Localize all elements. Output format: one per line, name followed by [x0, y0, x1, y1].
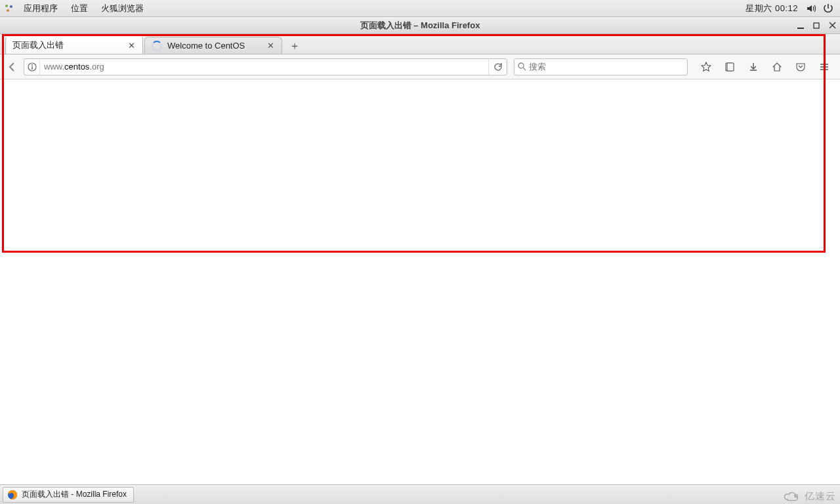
tab-title: 页面载入出错: [12, 39, 127, 51]
new-tab-button[interactable]: ＋: [286, 38, 303, 54]
watermark-text: 亿速云: [805, 490, 836, 503]
pocket-button[interactable]: [789, 58, 812, 75]
window-maximize-button[interactable]: [811, 20, 822, 31]
reload-button[interactable]: [488, 59, 507, 75]
gnome-top-panel: 应用程序 位置 火狐浏览器 星期六 00:12: [0, 0, 840, 17]
system-tray: [803, 3, 836, 14]
activities-icon: [4, 3, 14, 14]
tab-active[interactable]: 页面载入出错 ✕: [5, 35, 143, 54]
back-button[interactable]: [4, 58, 21, 75]
firefox-window: 页面载入出错 ✕ Welcome to CentOS ✕ ＋ www.cento…: [0, 34, 840, 476]
menu-places[interactable]: 位置: [64, 3, 94, 14]
bottom-taskbar: 页面载入出错 - Mozilla Firefox: [0, 484, 840, 504]
svg-point-8: [518, 63, 524, 68]
watermark: 亿速云: [782, 490, 836, 503]
window-close-button[interactable]: [827, 20, 837, 31]
tab-strip: 页面载入出错 ✕ Welcome to CentOS ✕ ＋: [0, 34, 840, 54]
bookmark-star-button[interactable]: [694, 58, 718, 75]
window-title: 页面载入出错 – Mozilla Firefox: [360, 20, 480, 32]
url-suffix: .org: [89, 62, 104, 72]
tab-loading[interactable]: Welcome to CentOS ✕: [144, 37, 282, 54]
downloads-button[interactable]: [742, 58, 765, 75]
search-input[interactable]: [529, 59, 687, 75]
window-minimize-button[interactable]: [795, 20, 806, 31]
cloud-icon: [782, 491, 801, 503]
page-content: [0, 79, 840, 476]
window-titlebar: 页面载入出错 – Mozilla Firefox: [0, 17, 840, 34]
svg-point-1: [10, 5, 12, 8]
url-bar[interactable]: www.centos.org: [24, 58, 507, 75]
firefox-icon: [7, 490, 18, 500]
identity-info-icon[interactable]: [24, 59, 40, 75]
url-host: centos: [64, 62, 89, 72]
taskbar-item-label: 页面载入出错 - Mozilla Firefox: [22, 489, 127, 500]
clock[interactable]: 星期六 00:12: [740, 3, 803, 14]
tab-close-button[interactable]: ✕: [266, 41, 275, 51]
search-icon: [514, 62, 529, 71]
url-prefix: www.: [44, 62, 64, 72]
svg-point-6: [32, 64, 33, 66]
navigation-toolbar: www.centos.org: [0, 54, 840, 79]
svg-point-0: [5, 5, 8, 7]
svg-rect-4: [814, 23, 819, 28]
svg-rect-7: [32, 66, 32, 70]
bookmarks-library-button[interactable]: [718, 58, 742, 75]
power-icon[interactable]: [823, 3, 833, 14]
svg-point-2: [7, 9, 9, 12]
search-bar[interactable]: [514, 58, 688, 75]
toolbar-buttons: [694, 58, 836, 75]
loading-spinner-icon: [152, 41, 162, 51]
taskbar-item-firefox[interactable]: 页面载入出错 - Mozilla Firefox: [3, 487, 134, 503]
home-button[interactable]: [765, 58, 789, 75]
menu-applications[interactable]: 应用程序: [17, 3, 64, 14]
menu-firefox[interactable]: 火狐浏览器: [94, 3, 150, 14]
hamburger-menu-button[interactable]: [812, 58, 836, 75]
svg-rect-10: [727, 63, 734, 71]
tab-title: Welcome to CentOS: [167, 41, 266, 51]
svg-rect-3: [797, 28, 804, 29]
tab-close-button[interactable]: ✕: [127, 41, 136, 50]
volume-icon[interactable]: [806, 3, 816, 14]
url-text[interactable]: www.centos.org: [44, 62, 104, 72]
